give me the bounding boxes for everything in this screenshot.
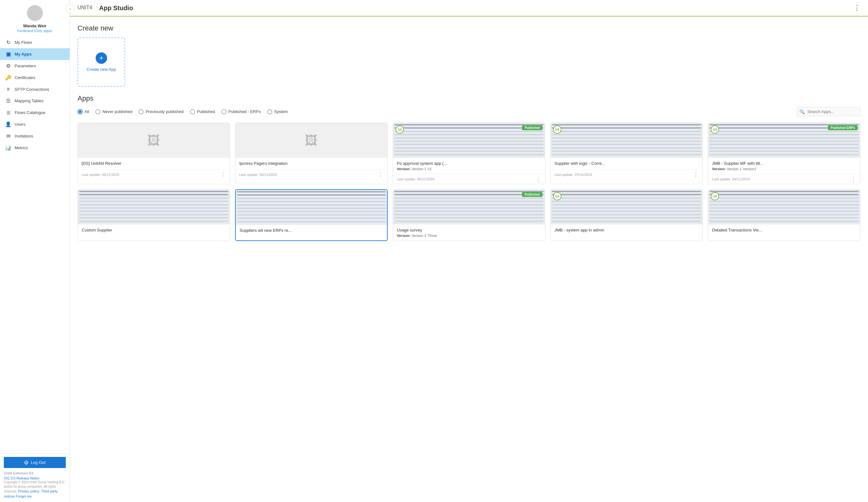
thumb-line: [552, 144, 701, 145]
app-card-footer: Last update: 06/11/2024 ⋮: [235, 169, 387, 179]
thumb-line: [394, 124, 544, 125]
privacy-policy-link[interactable]: Privacy policy: [18, 489, 39, 493]
thumb-line: [552, 154, 701, 155]
filter-published[interactable]: Published: [190, 109, 215, 114]
filter-label-all: All: [84, 109, 89, 114]
sidebar-item-invitations[interactable]: ✉ Invitations: [0, 130, 70, 142]
apps-section: Apps All Never published Previously publ…: [78, 94, 860, 241]
last-update: Last update: 05/11/2024: [397, 177, 435, 181]
release-notes-link[interactable]: 242.3.0 Release Notes: [4, 476, 39, 480]
thumb-line: [79, 214, 228, 215]
filter-label-never-published: Never published: [102, 109, 132, 114]
thumb-line: [394, 217, 544, 218]
thumb-screenshot: [78, 190, 230, 224]
sidebar-item-label-metrics: Metrics: [14, 145, 28, 150]
app-card-usage-survey[interactable]: Published Usage survey Version: Version …: [393, 189, 545, 241]
sidebar-item-certificates[interactable]: 🔑 Certificates: [0, 72, 70, 84]
thumb-line: [710, 198, 859, 199]
thumb-screenshot: [708, 190, 860, 224]
avatar: [27, 5, 43, 21]
app-version: Version: Version 3 'Three': [397, 234, 541, 238]
filter-label-previously-published: Previously published: [145, 109, 183, 114]
app-card-name: JMB - Supplier MF with titl...: [712, 161, 856, 166]
topbar-appstudio: App Studio: [99, 4, 133, 12]
app-card-menu-icon[interactable]: ⋮: [220, 172, 226, 178]
app-card-name: Ipcress Pagero integration: [239, 161, 383, 166]
filter-published-erpx[interactable]: Published - ERPx: [221, 109, 261, 114]
app-card-menu-icon[interactable]: ⋮: [378, 172, 383, 178]
app-card-custom-supplier[interactable]: Custom Supplier: [78, 189, 230, 241]
radio-published: [190, 109, 195, 114]
app-card-ds-unit4id[interactable]: 🖼 [DS] Unit4Id Resolver Last update: 06/…: [78, 123, 230, 184]
thumb-line: [237, 221, 386, 222]
app-card-body: Usage survey Version: Version 3 'Three': [393, 224, 545, 241]
thumb-line: [710, 147, 859, 149]
thumb-line: [394, 191, 544, 192]
create-new-section: Create new + Create new App: [78, 24, 860, 87]
sidebar-item-mapping-tables[interactable]: ☰ Mapping Tables: [0, 95, 70, 107]
app-version: Version: Version 1 'version1': [712, 167, 856, 171]
thumb-line: [710, 221, 859, 222]
app-card-body: JMB - system app in admin: [551, 224, 702, 236]
thumb-line: [552, 201, 701, 202]
app-card-menu-icon[interactable]: ⋮: [535, 176, 541, 182]
app-card-ipcress-pagero[interactable]: 🖼 Ipcress Pagero integration Last update…: [235, 123, 388, 184]
thumb-line: [394, 204, 544, 206]
app-card-jmb-supplier-mf[interactable]: U4 Published ERPx JMB - Supplier MF with…: [708, 123, 860, 184]
app-card-menu-icon[interactable]: ⋮: [693, 172, 699, 178]
app-card-detailed-transactions[interactable]: U4 Detailed Transactions Vie...: [708, 189, 860, 241]
forget-me-link[interactable]: Forget me.: [16, 494, 33, 498]
thumb-line: [710, 210, 859, 212]
app-card-menu-icon[interactable]: ⋮: [850, 176, 856, 182]
thumb-line: [394, 131, 544, 132]
filter-never-published[interactable]: Never published: [95, 109, 132, 114]
thumb-line: [710, 144, 859, 145]
u4-badge: U4: [553, 125, 561, 134]
app-card-suppliers-new-erpx[interactable]: Suppliers wit new ERPx re...: [235, 189, 388, 241]
collapse-sidebar-button[interactable]: ‹: [66, 4, 75, 13]
thumb-line: [79, 221, 228, 222]
thumb-line: [552, 210, 701, 212]
topbar-menu-icon[interactable]: ⋮: [854, 4, 860, 12]
thumb-line: [394, 210, 544, 212]
thumb-line: [237, 214, 386, 216]
published-badge: Published: [522, 192, 542, 197]
app-card-thumb: [236, 190, 387, 225]
sidebar-item-label-users: Users: [14, 122, 25, 127]
thumb-line: [552, 191, 701, 192]
sidebar-item-my-flows[interactable]: ↻ My Flows: [0, 36, 70, 48]
filter-all[interactable]: All: [78, 109, 89, 114]
filter-previously-published[interactable]: Previously published: [138, 109, 183, 114]
sidebar-item-users[interactable]: 👤 Users: [0, 118, 70, 130]
thumb-screenshot: [236, 190, 387, 225]
sidebar-item-flows-catalogue[interactable]: ≣ Flows Catalogue: [0, 107, 70, 118]
thumb-line: [710, 217, 859, 218]
filter-system[interactable]: System: [267, 109, 288, 114]
app-card-supplier-logic[interactable]: U4 Supplier with logic - Corre... Last u…: [550, 123, 703, 184]
thumb-line: [79, 217, 228, 218]
thumb-line: [394, 201, 544, 202]
radio-all: [78, 109, 83, 114]
logout-button[interactable]: ⏻ Log Out: [4, 457, 66, 468]
sftp-connections-icon: ≡: [5, 86, 11, 92]
user-subtitle: Ferdinand (Only apps): [0, 29, 70, 33]
app-card-footer: Last update: 06/11/2024 ⋮: [78, 169, 230, 179]
sidebar-item-my-apps[interactable]: ▣ My Apps: [0, 48, 70, 60]
radio-never-published: [95, 109, 100, 114]
sidebar-item-metrics[interactable]: 📊 Metrics: [0, 142, 70, 154]
create-new-app-card[interactable]: + Create new App: [78, 38, 125, 87]
main-content: UNIT4 App Studio ⋮ Create new + Create n…: [70, 0, 868, 502]
thumb-placeholder-icon: 🖼: [147, 133, 160, 148]
create-new-app-label: Create new App: [87, 67, 116, 72]
thumb-line: [237, 218, 386, 219]
search-apps-input[interactable]: [797, 107, 860, 116]
thumb-line: [237, 205, 386, 206]
sidebar-item-parameters[interactable]: ⚙ Parameters: [0, 60, 70, 72]
thumb-line: [552, 131, 701, 132]
thumb-line: [552, 127, 701, 128]
sidebar-item-sftp-connections[interactable]: ≡ SFTP Connections: [0, 84, 70, 95]
app-card-po-approval[interactable]: U4 Published Po approval system app (...…: [393, 123, 545, 184]
app-card-jmb-system-admin[interactable]: U4 JMB - system app in admin: [550, 189, 703, 241]
thumb-line: [552, 194, 701, 195]
filter-label-published-erpx: Published - ERPx: [228, 109, 261, 114]
